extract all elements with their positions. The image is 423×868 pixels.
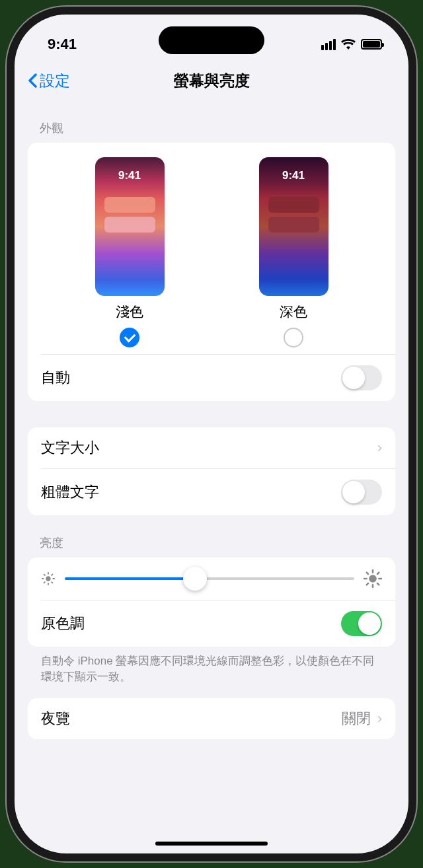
nightshift-value: 關閉 [342, 709, 371, 729]
dark-label: 深色 [280, 303, 307, 321]
status-indicators [321, 39, 382, 50]
chevron-right-icon: › [377, 710, 382, 727]
nightshift-row[interactable]: 夜覽 關閉 › [28, 698, 395, 739]
truetone-label: 原色調 [41, 614, 85, 633]
svg-line-5 [44, 575, 45, 575]
svg-line-16 [367, 583, 368, 585]
battery-icon [361, 39, 382, 50]
bold-text-toggle[interactable] [341, 480, 382, 505]
status-time: 9:41 [48, 36, 77, 53]
nightshift-card: 夜覽 關閉 › [28, 698, 395, 739]
truetone-toggle[interactable] [341, 611, 382, 636]
svg-line-8 [52, 575, 52, 575]
svg-line-14 [367, 573, 368, 574]
back-button[interactable]: 設定 [28, 71, 70, 91]
content-scroll[interactable]: 外觀 9:41 淺色 9:41 [15, 100, 408, 847]
svg-point-9 [369, 575, 377, 583]
nightshift-label: 夜覽 [41, 709, 70, 729]
auto-label: 自動 [41, 368, 70, 388]
appearance-card: 9:41 淺色 9:41 深色 [28, 143, 395, 401]
chevron-left-icon [28, 73, 37, 88]
dark-preview: 9:41 [259, 157, 328, 296]
dynamic-island [159, 26, 264, 54]
bold-text-label: 粗體文字 [41, 482, 99, 502]
svg-line-7 [44, 582, 45, 583]
truetone-description: 自動令 iPhone 螢幕因應不同環境光線而調整色彩，以使顏色在不同環境下顯示一… [28, 647, 395, 698]
brightness-card: 原色調 [28, 558, 395, 647]
light-preview: 9:41 [95, 157, 165, 296]
wifi-icon [341, 39, 356, 50]
appearance-dark-option[interactable]: 9:41 深色 [259, 157, 328, 347]
bold-text-row: 粗體文字 [28, 469, 395, 515]
svg-line-6 [52, 582, 52, 583]
text-size-label: 文字大小 [41, 438, 99, 458]
light-label: 淺色 [116, 303, 143, 321]
appearance-header: 外觀 [28, 100, 395, 143]
dark-radio[interactable] [284, 328, 303, 347]
brightness-header: 亮度 [28, 515, 395, 558]
nav-bar: 設定 螢幕與亮度 [15, 61, 408, 100]
auto-toggle[interactable] [341, 365, 382, 390]
back-label: 設定 [40, 71, 70, 91]
slider-thumb[interactable] [183, 567, 207, 591]
appearance-options: 9:41 淺色 9:41 深色 [28, 143, 395, 354]
home-indicator[interactable] [155, 842, 268, 846]
brightness-slider-row [28, 558, 395, 600]
text-card: 文字大小 › 粗體文字 [28, 427, 395, 515]
light-radio[interactable] [120, 328, 139, 347]
auto-row: 自動 [28, 355, 395, 401]
brightness-slider[interactable] [65, 577, 354, 580]
sun-large-icon [364, 569, 382, 588]
chevron-right-icon: › [377, 439, 382, 456]
appearance-light-option[interactable]: 9:41 淺色 [95, 157, 165, 347]
truetone-row: 原色調 [28, 600, 395, 647]
text-size-row[interactable]: 文字大小 › [28, 427, 395, 468]
svg-point-0 [46, 576, 50, 581]
page-title: 螢幕與亮度 [174, 71, 250, 91]
svg-line-17 [377, 573, 379, 574]
svg-line-15 [377, 583, 379, 585]
phone-frame: 9:41 設定 螢幕與亮度 外觀 9:41 淺色 [7, 7, 416, 861]
sun-small-icon [41, 571, 56, 586]
cellular-icon [321, 39, 336, 50]
